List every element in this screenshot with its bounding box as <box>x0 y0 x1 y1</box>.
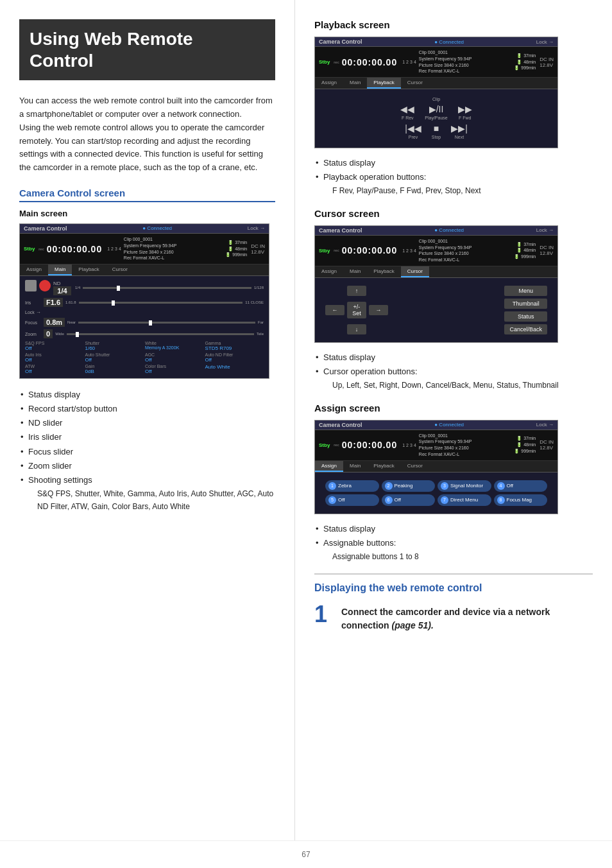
pb-cam-lock: Lock → <box>536 39 554 45</box>
cur-clip-info: Clip 000_0001 System Frequency 59.94P Pi… <box>419 238 514 263</box>
cam-ui-main-body: ND 1/4 1/4 1/128 Iris <box>20 276 269 378</box>
cursor-cancelback-btn[interactable]: Cancel/Back <box>504 324 547 334</box>
cursor-up-btn[interactable]: ↑ <box>347 286 366 296</box>
gamma-label: Gamma <box>205 341 264 345</box>
asgn-bullet-detail: Assignable buttons 1 to 8 <box>314 550 593 563</box>
nd-slider[interactable]: 1/4 1/128 <box>75 286 264 290</box>
zoom-track[interactable] <box>67 333 254 335</box>
asgn-tab-main[interactable]: Main <box>343 461 367 472</box>
step-1-row: 1 Connect the camcorder and device via a… <box>314 603 593 632</box>
assign-buttons-grid: 1 Zebra 2 Peaking 3 Signal Monitor 4 <box>320 476 552 510</box>
next-icon: ▶▶| <box>451 123 468 134</box>
nd-track[interactable] <box>83 287 251 289</box>
nd-row: ND 1/4 1/4 1/128 <box>25 280 264 295</box>
playpause-icon: ▶/II <box>425 104 447 114</box>
prev-btn[interactable]: |◀◀ Prev <box>405 123 421 140</box>
playpause-btn[interactable]: ▶/II Play/Pause <box>425 104 447 121</box>
assign-btn-5[interactable]: 5 Off <box>325 494 379 506</box>
tab-assign[interactable]: Assign <box>20 265 48 275</box>
playback-cam-ui: Camera Control ● Connected Lock → Stby r… <box>314 37 558 148</box>
bullet-shooting: Shooting settings <box>19 473 275 487</box>
assign-btn-7[interactable]: 7 Direct Menu <box>438 494 491 506</box>
cam-timecode: 00:00:00.00 <box>47 244 103 254</box>
assign-btn-2[interactable]: 2 Peaking <box>382 480 436 492</box>
cursor-right-btn[interactable]: → <box>369 305 388 315</box>
cursor-thumbnail-btn[interactable]: Thumbnail <box>504 299 547 309</box>
pb-cam-title: Camera Control <box>319 39 362 45</box>
next-btn[interactable]: ▶▶| Next <box>451 123 468 140</box>
asgn-cam-status: Stby rec 00:00:00.00 1 2 3 4 Clip 000_00… <box>315 430 557 461</box>
clip-controls: Clip ◀◀ F Rev ▶/II Play/Pause ▶▶ <box>320 93 552 144</box>
pb-tab-playback[interactable]: Playback <box>367 78 400 89</box>
tab-playback[interactable]: Playback <box>72 265 105 275</box>
atw-val: Off <box>25 369 84 374</box>
record-button[interactable] <box>39 280 51 291</box>
tab-cursor[interactable]: Cursor <box>106 265 134 275</box>
pb-tab-cursor[interactable]: Cursor <box>401 78 429 89</box>
autowhite-val: Auto White <box>205 364 264 370</box>
cursor-left-btn[interactable]: ← <box>325 305 344 315</box>
cur-tab-playback[interactable]: Playback <box>367 266 400 277</box>
shutter-val: 1/60 <box>85 345 144 351</box>
cur-cam-header: Camera Control ● Connected Lock → <box>315 226 557 236</box>
assign-btn-3[interactable]: 3 Signal Monitor <box>438 480 491 492</box>
pb-tab-assign[interactable]: Assign <box>315 78 343 89</box>
assign-btn-6[interactable]: 6 Off <box>382 494 436 506</box>
assign-label-focusmag: Focus Mag <box>507 497 532 503</box>
cur-timecode: 00:00:00.00 <box>342 245 398 256</box>
cur-tab-main[interactable]: Main <box>343 266 367 277</box>
cursor-section-title: Cursor screen <box>314 208 593 219</box>
assign-btn-1[interactable]: 1 Zebra <box>325 480 379 492</box>
asgn-stby: Stby <box>319 442 330 448</box>
cur-tab-cursor[interactable]: Cursor <box>401 266 429 277</box>
ffwd-label: F Fwd <box>459 116 471 120</box>
cursor-set-btn[interactable]: +/-Set <box>347 302 366 318</box>
stop-button[interactable] <box>25 280 37 291</box>
assign-label-off-5: Off <box>338 497 345 503</box>
zoom-row: Zoom 0 Wide Tele <box>25 329 264 338</box>
displaying-section: Displaying the web remote control 1 Conn… <box>314 573 593 632</box>
prev-icon: |◀◀ <box>405 123 421 134</box>
zoom-slider[interactable]: Wide Tele <box>55 332 264 336</box>
assign-label-signalmonitor: Signal Monitor <box>450 483 483 489</box>
nd-thumb <box>117 286 120 291</box>
frev-icon: ◀◀ <box>400 104 414 114</box>
gamma-val: STD5 R709 <box>205 345 264 351</box>
main-screen-label: Main screen <box>19 209 275 218</box>
asgn-cam-tabs: Assign Main Playback Cursor <box>315 461 557 473</box>
iris-slider[interactable]: 1.61.8 11 CLOSE <box>65 300 264 304</box>
page-container: Using Web Remote Control You can access … <box>0 0 612 868</box>
stop-btn[interactable]: ■ Stop <box>432 123 441 140</box>
cursor-menu-btn[interactable]: Menu <box>504 286 547 296</box>
colorbars-item: Color Bars Off <box>145 364 204 374</box>
white-val: Memory A 3200K <box>145 345 204 350</box>
pb-tab-main[interactable]: Main <box>343 78 367 89</box>
cur-channel-numbers: 1 2 3 4 <box>402 248 416 253</box>
focus-track[interactable] <box>78 322 255 324</box>
pb-bullet-detail: F Rev, Play/Pause, F Fwd, Prev, Stop, Ne… <box>314 184 593 197</box>
asgn-tab-cursor[interactable]: Cursor <box>401 461 429 472</box>
frev-btn[interactable]: ◀◀ F Rev <box>400 104 414 121</box>
autoshutter-label: Auto Shutter <box>85 352 144 357</box>
cur-cam-connected: ● Connected <box>434 227 464 233</box>
asgn-tab-playback[interactable]: Playback <box>367 461 400 472</box>
iris-track[interactable] <box>79 302 243 304</box>
ffwd-icon: ▶▶ <box>458 104 472 114</box>
cam-clip-info: Clip 000_0001 System Frequency 59.94P Pi… <box>124 236 225 261</box>
autoiris-val: Off <box>25 357 84 363</box>
focus-slider[interactable]: Near Far <box>67 320 264 324</box>
stop-label: Stop <box>432 135 441 139</box>
cur-tab-assign[interactable]: Assign <box>315 266 343 277</box>
cursor-status-btn[interactable]: Status <box>504 311 547 322</box>
asgn-tab-assign[interactable]: Assign <box>315 461 343 472</box>
tab-main[interactable]: Main <box>48 265 72 275</box>
ffwd-btn[interactable]: ▶▶ F Fwd <box>458 104 472 121</box>
assign-btn-8[interactable]: 8 Focus Mag <box>494 494 548 506</box>
assign-label-zebra: Zebra <box>338 483 352 489</box>
cur-stby: Stby <box>319 248 330 254</box>
assign-btn-4[interactable]: 4 Off <box>494 480 548 492</box>
two-col-layout: Using Web Remote Control You can access … <box>0 0 612 840</box>
cursor-down-btn[interactable]: ↓ <box>347 324 366 334</box>
cam-ui-tabs: Assign Main Playback Cursor <box>20 265 269 276</box>
intro-paragraph: You can access the web remote control bu… <box>19 94 275 175</box>
